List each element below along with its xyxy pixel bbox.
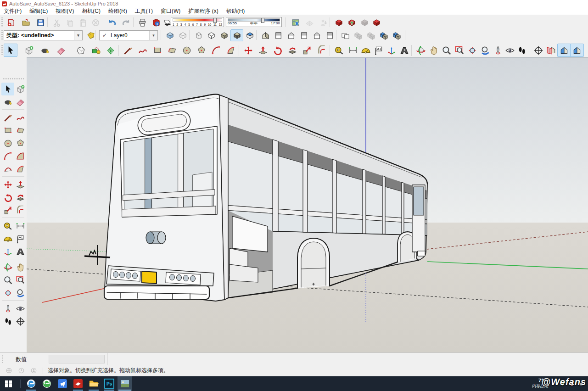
share-model-button[interactable] — [345, 17, 358, 28]
axes-tool-button[interactable] — [385, 44, 398, 57]
eraser-button[interactable] — [14, 95, 27, 108]
zoom-tool-button[interactable] — [1, 274, 14, 286]
delete-button[interactable] — [89, 17, 102, 28]
style-shaded-button[interactable] — [218, 29, 230, 41]
pie-shaded-tool-button[interactable] — [14, 162, 27, 175]
zoom-tool-button[interactable] — [440, 44, 454, 57]
sandbox-mesh-button[interactable] — [104, 44, 118, 57]
select-tool-button[interactable] — [1, 83, 14, 95]
section-plane-button[interactable] — [14, 315, 27, 328]
arc-tool-button[interactable] — [1, 150, 14, 162]
geolocation-icon[interactable] — [6, 367, 12, 374]
axes-tool-button[interactable] — [1, 245, 14, 258]
scale-tool-button[interactable] — [300, 44, 314, 57]
polygon-tool-button[interactable] — [14, 137, 27, 150]
menu-camera[interactable]: 相机(C) — [82, 7, 101, 15]
taskbar-sketchup-button[interactable] — [71, 376, 85, 391]
menu-file[interactable]: 文件(F) — [4, 7, 22, 15]
offset-tool-button[interactable] — [315, 44, 329, 57]
taskbar-messenger-button[interactable] — [55, 376, 70, 391]
freehand-tool-button[interactable] — [136, 44, 150, 57]
taskbar-active-window-button[interactable] — [118, 376, 132, 391]
toolbar-grip[interactable] — [1, 30, 3, 40]
dimension-tool-button[interactable] — [346, 44, 360, 57]
new-button[interactable] — [5, 17, 17, 28]
dimension-tool-button[interactable] — [14, 219, 27, 232]
pan-tool-button[interactable] — [427, 44, 441, 57]
style-hidden-line-button[interactable] — [205, 29, 218, 41]
photo-textures-button[interactable] — [317, 17, 330, 28]
push-pull-tool-button[interactable] — [14, 178, 27, 191]
save-button[interactable] — [34, 17, 47, 28]
rectangle-tool-button[interactable] — [1, 124, 14, 137]
menu-view[interactable]: 视图(V) — [56, 7, 74, 15]
display-section-planes-button[interactable] — [544, 44, 558, 57]
toolbar-grip[interactable] — [2, 355, 3, 363]
layer-dropdown[interactable]: ✓ Layer0 ▾ — [99, 30, 158, 40]
style-back-edges-button[interactable] — [176, 29, 189, 41]
style-shaded-textures-button[interactable] — [230, 29, 243, 41]
solid-union-button[interactable] — [364, 29, 377, 41]
freehand-tool-button[interactable] — [14, 111, 27, 124]
3d-text-tool-button[interactable] — [14, 245, 27, 258]
section-plane-button[interactable] — [532, 44, 545, 57]
view-right-button[interactable] — [297, 29, 310, 41]
style-xray-button[interactable] — [163, 29, 176, 41]
menu-draw[interactable]: 绘图(R) — [108, 7, 127, 15]
zoom-previous-button[interactable] — [14, 286, 27, 299]
redo-button[interactable] — [119, 17, 132, 28]
tape-measure-button[interactable] — [332, 44, 346, 57]
style-monochrome-button[interactable] — [243, 29, 256, 41]
rotated-rectangle-tool-button[interactable] — [165, 44, 179, 57]
3-point-arc-tool-button[interactable] — [1, 162, 14, 175]
rotate-tool-button[interactable] — [1, 191, 14, 204]
text-tool-button[interactable] — [14, 232, 27, 245]
zoom-extents-button[interactable] — [1, 286, 14, 299]
sandbox-stamp-button[interactable] — [89, 44, 103, 57]
tape-measure-button[interactable] — [1, 219, 14, 232]
extension-warehouse-button[interactable] — [370, 17, 383, 28]
menu-help[interactable]: 帮助(H) — [226, 7, 245, 15]
date-slider-handle[interactable] — [213, 18, 217, 23]
zoom-extents-button[interactable] — [465, 44, 479, 57]
display-section-cuts-button[interactable] — [557, 44, 571, 57]
print-button[interactable] — [136, 17, 149, 28]
follow-me-tool-button[interactable] — [286, 44, 299, 57]
taskbar-explorer-button[interactable] — [86, 376, 101, 391]
zoom-previous-button[interactable] — [478, 44, 492, 57]
solid-intersect-button[interactable] — [352, 29, 364, 41]
classifier-dropdown[interactable]: 类型: <undefined> ▾ — [4, 30, 83, 40]
walk-tool-button[interactable] — [1, 315, 14, 328]
pie-tool-button[interactable] — [14, 150, 27, 162]
copy-button[interactable] — [63, 17, 76, 28]
toolbar-grip[interactable] — [3, 78, 24, 79]
polygon-tool-button[interactable] — [195, 44, 208, 57]
shadow-date-slider[interactable]: 123456789101112 — [171, 17, 224, 27]
display-section-fill-button[interactable] — [570, 44, 584, 57]
solid-trim-button[interactable] — [390, 29, 403, 41]
toolbar-grip[interactable] — [1, 45, 3, 55]
menu-window[interactable]: 窗口(W) — [161, 7, 180, 15]
make-component-button[interactable] — [14, 83, 27, 95]
menu-edit[interactable]: 编辑(E) — [29, 7, 48, 15]
rectangle-tool-button[interactable] — [151, 44, 164, 57]
follow-me-tool-button[interactable] — [14, 191, 27, 204]
style-wireframe-button[interactable] — [192, 29, 205, 41]
toolbar-grip[interactable] — [1, 17, 3, 27]
paint-bucket-button[interactable] — [38, 44, 52, 57]
scale-tool-button[interactable] — [1, 204, 14, 217]
paint-bucket-button[interactable] — [1, 95, 14, 108]
credits-icon[interactable] — [18, 367, 25, 374]
text-tool-button[interactable] — [372, 44, 386, 57]
circle-tool-button[interactable] — [180, 44, 194, 57]
sign-in-icon[interactable] — [30, 367, 37, 374]
share-component-button[interactable] — [358, 17, 371, 28]
view-iso-button[interactable] — [259, 29, 272, 41]
start-button[interactable] — [1, 376, 16, 391]
look-around-button[interactable] — [14, 302, 27, 315]
3d-text-tool-button[interactable] — [398, 44, 411, 57]
walk-tool-button[interactable] — [515, 44, 529, 57]
menu-extensions[interactable]: 扩展程序 (x) — [188, 7, 218, 15]
offset-tool-button[interactable] — [14, 204, 27, 217]
paste-button[interactable] — [76, 17, 89, 28]
